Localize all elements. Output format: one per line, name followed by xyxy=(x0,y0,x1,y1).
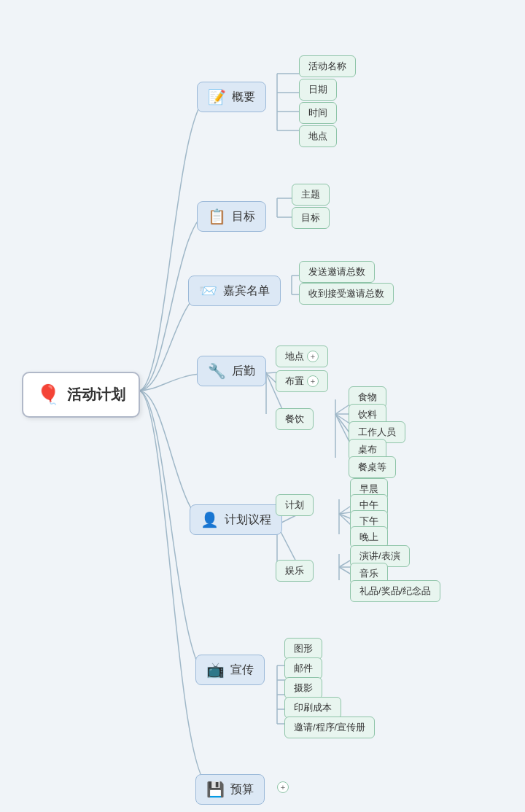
branch-jiabinmingdan[interactable]: 📨 嘉宾名单 xyxy=(188,276,281,306)
xuanchuan-icon: 📺 xyxy=(206,661,225,679)
branch-jiabinmingdan-label: 嘉宾名单 xyxy=(223,284,270,299)
branch-jihuayicheng-label: 计划议程 xyxy=(225,512,271,528)
sub-buzhi[interactable]: 布置 + xyxy=(276,370,328,392)
branch-xuanchuan[interactable]: 📺 宣传 xyxy=(195,655,265,685)
mubiao-icon: 📋 xyxy=(208,208,226,225)
leaf-huodong-mingcheng[interactable]: 活动名称 xyxy=(299,55,356,77)
leaf-zhuti[interactable]: 主题 xyxy=(292,184,330,206)
branch-jihuayicheng[interactable]: 👤 计划议程 xyxy=(190,504,282,535)
jiabinmingdan-icon: 📨 xyxy=(199,282,217,300)
yusuan-plus[interactable]: + xyxy=(277,781,289,793)
jihuayicheng-icon: 👤 xyxy=(201,511,219,528)
mindmap: 🎈 活动计划 📝 概要 活动名称 日期 时间 地点 📋 目标 主题 目标 📨 嘉… xyxy=(7,15,518,802)
leaf-canzhuodeng[interactable]: 餐桌等 xyxy=(349,456,396,478)
leaf-yaoqing-chengxu[interactable]: 邀请/程序/宣传册 xyxy=(284,717,375,738)
branch-yusuan-label: 预算 xyxy=(230,782,254,797)
yusuan-icon: 💾 xyxy=(206,781,225,798)
leaf-shijian[interactable]: 时间 xyxy=(299,102,337,124)
branch-houqin[interactable]: 🔧 后勤 xyxy=(197,356,266,386)
root-node: 🎈 活动计划 xyxy=(22,372,140,418)
leaf-tuxing[interactable]: 图形 xyxy=(284,638,322,660)
branch-mubiao-label: 目标 xyxy=(232,209,255,225)
leaf-lpin-jiangpin[interactable]: 礼品/奖品/纪念品 xyxy=(350,580,440,602)
didian-plus[interactable]: + xyxy=(307,351,319,362)
gaiyao-icon: 📝 xyxy=(208,88,226,106)
branch-gaiyao[interactable]: 📝 概要 xyxy=(197,82,266,112)
branch-gaiyao-label: 概要 xyxy=(232,90,255,105)
branch-houqin-label: 后勤 xyxy=(232,364,255,379)
branch-yusuan[interactable]: 💾 预算 xyxy=(195,774,265,805)
sub-jihua[interactable]: 计划 xyxy=(276,494,314,516)
leaf-fasong-yaoqing[interactable]: 发送邀请总数 xyxy=(299,261,375,283)
sub-yule[interactable]: 娱乐 xyxy=(276,560,314,582)
leaf-shoudao-yaoqing[interactable]: 收到接受邀请总数 xyxy=(299,283,394,305)
leaf-mubiao[interactable]: 目标 xyxy=(292,207,330,229)
balloon-icon: 🎈 xyxy=(36,383,60,406)
branch-xuanchuan-label: 宣传 xyxy=(230,663,254,678)
leaf-yinshua-chengben[interactable]: 印刷成本 xyxy=(284,697,341,719)
sub-didian[interactable]: 地点 + xyxy=(276,346,328,367)
leaf-youjian[interactable]: 邮件 xyxy=(284,657,322,679)
sub-canyin[interactable]: 餐饮 xyxy=(276,408,314,430)
leaf-riqi[interactable]: 日期 xyxy=(299,79,337,101)
buzhi-plus[interactable]: + xyxy=(307,375,319,387)
leaf-sheying[interactable]: 摄影 xyxy=(284,677,322,699)
leaf-didian-gaiyao[interactable]: 地点 xyxy=(299,125,337,147)
houqin-icon: 🔧 xyxy=(208,362,226,380)
branch-mubiao[interactable]: 📋 目标 xyxy=(197,201,266,232)
root-label: 活动计划 xyxy=(67,385,125,405)
